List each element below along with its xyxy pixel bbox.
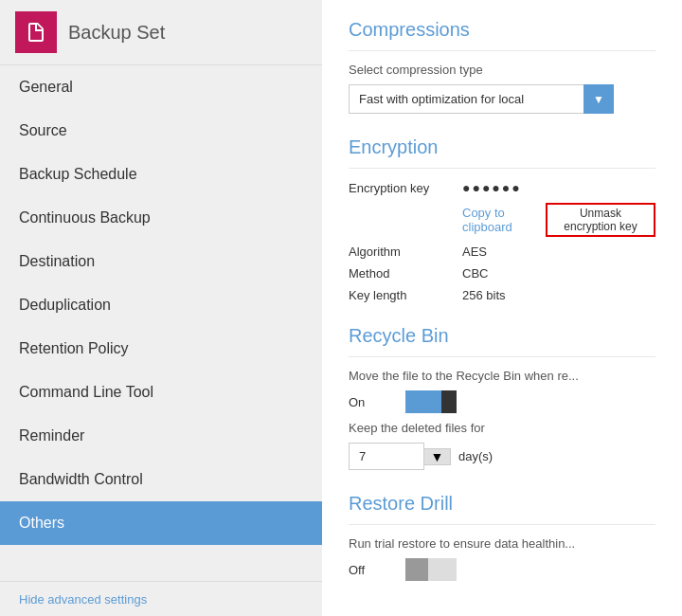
days-dropdown-arrow[interactable]: ▼: [424, 448, 451, 465]
sidebar-nav: General Source Backup Schedule Continuou…: [0, 65, 322, 581]
restore-drill-title: Restore Drill: [349, 493, 655, 515]
encryption-actions-row: Copy to clipboard Unmask encryption key: [349, 203, 655, 237]
recycle-bin-toggle-row: On: [349, 390, 655, 413]
sidebar-header: Backup Set: [0, 0, 322, 65]
key-length-row: Key length 256 bits: [349, 288, 655, 302]
restore-drill-description: Run trial restore to ensure data healthi…: [349, 536, 655, 551]
compression-select-label: Select compression type: [349, 63, 655, 77]
sidebar-item-reminder[interactable]: Reminder: [0, 414, 322, 458]
recycle-bin-toggle[interactable]: [405, 390, 457, 413]
compression-select[interactable]: Fast with optimization for local Fast No…: [349, 84, 614, 114]
sidebar-item-bandwidth-control[interactable]: Bandwidth Control: [0, 458, 322, 501]
restore-drill-divider: [349, 524, 655, 525]
compressions-divider: [349, 50, 655, 51]
restore-drill-toggle-row: Off: [349, 558, 655, 581]
method-label: Method: [349, 266, 453, 281]
sidebar-item-backup-schedule[interactable]: Backup Schedule: [0, 153, 322, 196]
method-value: CBC: [462, 266, 488, 281]
compression-dropdown-wrapper: Fast with optimization for local Fast No…: [349, 84, 614, 114]
restore-drill-section: Restore Drill Run trial restore to ensur…: [349, 493, 655, 581]
copy-to-clipboard-link[interactable]: Copy to clipboard: [462, 206, 536, 234]
restore-drill-toggle[interactable]: [405, 558, 457, 581]
recycle-bin-title: Recycle Bin: [349, 325, 655, 347]
recycle-bin-on-label: On: [349, 395, 405, 409]
sidebar: Backup Set General Source Backup Schedul…: [0, 0, 322, 616]
sidebar-item-retention-policy[interactable]: Retention Policy: [0, 327, 322, 371]
sidebar-item-destination[interactable]: Destination: [0, 240, 322, 283]
key-length-value: 256 bits: [462, 288, 506, 302]
recycle-bin-description: Move the file to the Recycle Bin when re…: [349, 369, 655, 383]
method-row: Method CBC: [349, 266, 655, 281]
keep-deleted-label: Keep the deleted files for: [349, 421, 655, 435]
encryption-key-label: Encryption key: [349, 181, 453, 195]
sidebar-item-continuous-backup[interactable]: Continuous Backup: [0, 196, 322, 240]
days-input[interactable]: [349, 443, 424, 470]
hide-advanced-link[interactable]: Hide advanced settings: [19, 592, 147, 607]
sidebar-item-command-line-tool[interactable]: Command Line Tool: [0, 371, 322, 414]
algorithm-label: Algorithm: [349, 245, 453, 259]
sidebar-item-general[interactable]: General: [0, 65, 322, 109]
recycle-bin-divider: [349, 356, 655, 357]
algorithm-row: Algorithm AES: [349, 245, 655, 259]
unmask-encryption-key-button[interactable]: Unmask encryption key: [546, 203, 655, 237]
restore-drill-off-label: Off: [349, 563, 405, 577]
sidebar-footer: Hide advanced settings: [0, 581, 322, 616]
recycle-bin-section: Recycle Bin Move the file to the Recycle…: [349, 325, 655, 470]
sidebar-item-source[interactable]: Source: [0, 109, 322, 153]
compressions-title: Compressions: [349, 19, 655, 41]
encryption-section: Encryption Encryption key ●●●●●● Copy to…: [349, 136, 655, 302]
main-content: Compressions Select compression type Fas…: [322, 0, 682, 616]
encryption-key-value: ●●●●●●: [462, 180, 522, 195]
days-unit: day(s): [458, 449, 493, 463]
days-row: ▼ day(s): [349, 443, 655, 470]
days-dropdown: ▼: [349, 443, 451, 470]
sidebar-item-deduplication[interactable]: Deduplication: [0, 283, 322, 327]
app-icon: [15, 11, 57, 53]
encryption-key-row: Encryption key ●●●●●●: [349, 180, 655, 195]
algorithm-value: AES: [462, 245, 487, 259]
encryption-title: Encryption: [349, 136, 655, 158]
encryption-divider: [349, 168, 655, 169]
sidebar-item-others[interactable]: Others: [0, 501, 322, 545]
sidebar-title: Backup Set: [68, 22, 165, 44]
compressions-section: Compressions Select compression type Fas…: [349, 19, 655, 114]
file-icon: [25, 21, 47, 44]
key-length-label: Key length: [349, 288, 453, 302]
